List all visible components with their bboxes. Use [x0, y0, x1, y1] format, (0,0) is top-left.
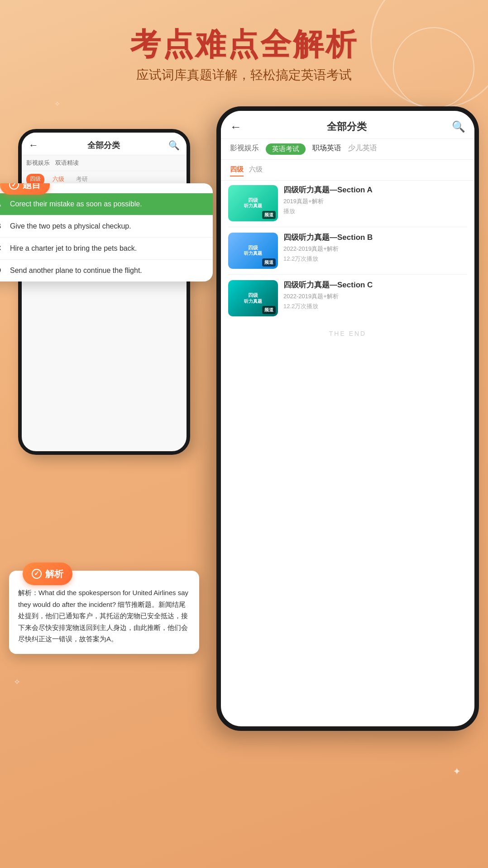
fg-thumb-label-a: 频道 — [262, 211, 276, 219]
fg-item-plays-b: 12.2万次播放 — [283, 255, 467, 263]
phone-fg-inner: ← 全部分类 🔍 影视娱乐 英语考试 职场英语 少儿英语 四级 六级 — [221, 111, 474, 726]
fg-tab-four[interactable]: 四级 — [230, 163, 244, 176]
phone-background: ← 全部分类 🔍 影视娱乐 双语精读 四级 六级 考研 🎧 频道 六级 听力..… — [18, 129, 190, 455]
phones-container: ← 全部分类 🔍 影视娱乐 双语精读 四级 六级 考研 🎧 频道 六级 听力..… — [0, 102, 488, 781]
analysis-badge: ✓ 解析 — [23, 563, 72, 585]
fg-item-desc-a: 2019真题+解析 — [283, 197, 467, 205]
fg-item-info-a: 四级听力真题—Section A 2019真题+解析 播放 — [283, 185, 467, 215]
quiz-option-c[interactable]: C Hire a charter jet to bring the pets b… — [0, 238, 213, 260]
phone-bg-header: ← 全部分类 🔍 — [22, 133, 187, 155]
option-text-c: Hire a charter jet to bring the pets bac… — [10, 244, 137, 253]
fg-cat-english[interactable]: 英语考试 — [266, 143, 306, 155]
fg-list: 四级 听力真题 频道 四级听力真题—Section A 2019真题+解析 播放 — [221, 181, 474, 321]
option-text-d: Send another plane to continue the fligh… — [10, 267, 142, 275]
cat-tag-shuangyu[interactable]: 双语精读 — [55, 159, 79, 167]
phone-bg-categories: 影视娱乐 双语精读 — [22, 155, 187, 171]
fg-cat-yinshi[interactable]: 影视娱乐 — [230, 143, 259, 155]
quiz-check-icon: ✓ — [9, 183, 19, 190]
phone-fg-header: ← 全部分类 🔍 — [221, 111, 474, 139]
fg-cat-children[interactable]: 少儿英语 — [348, 143, 377, 155]
phone-foreground: ← 全部分类 🔍 影视娱乐 英语考试 职场英语 少儿英语 四级 六级 — [216, 106, 479, 731]
analysis-check-icon: ✓ — [32, 569, 42, 579]
fg-cat-workplace[interactable]: 职场英语 — [312, 143, 341, 155]
list-item[interactable]: 四级 听力真题 频道 四级听力真题—Section A 2019真题+解析 播放 — [228, 185, 467, 221]
analysis-text: 解析：What did the spokesperson for United … — [18, 580, 190, 645]
the-end-label: THE END — [221, 321, 474, 346]
quiz-option-d[interactable]: D Send another plane to continue the fli… — [0, 260, 213, 281]
option-letter-c: C — [0, 244, 5, 253]
cat-tag-yinshi[interactable]: 影视娱乐 — [26, 159, 50, 167]
fg-tabs: 四级 六级 — [221, 160, 474, 181]
list-item[interactable]: 四级 听力真题 频道 四级听力真题—Section B 2022-2019真题+… — [228, 233, 467, 269]
fg-back-arrow[interactable]: ← — [230, 120, 242, 134]
back-arrow-icon[interactable]: ← — [29, 139, 38, 151]
fg-title: 全部分类 — [327, 120, 367, 134]
fg-thumb-label-b: 频道 — [262, 258, 276, 267]
fg-item-title-a: 四级听力真题—Section A — [283, 185, 467, 195]
fg-thumb-label-c: 频道 — [262, 306, 276, 314]
phone-bg-title: 全部分类 — [87, 140, 120, 151]
fg-cats-row: 影视娱乐 英语考试 职场英语 少儿英语 — [221, 139, 474, 160]
option-letter-b: B — [0, 222, 5, 231]
fg-thumb-b: 四级 听力真题 频道 — [228, 233, 278, 269]
search-icon[interactable]: 🔍 — [168, 140, 180, 151]
list-item[interactable]: 四级 听力真题 频道 四级听力真题—Section C 2022-2019真题+… — [228, 280, 467, 316]
fg-item-desc-b: 2022-2019真题+解析 — [283, 245, 467, 253]
fg-thumb-a: 四级 听力真题 频道 — [228, 185, 278, 221]
fg-tab-six[interactable]: 六级 — [249, 163, 263, 176]
sub-title: 应试词库真题详解，轻松搞定英语考试 — [0, 67, 488, 84]
quiz-badge: ✓ 题目 — [0, 183, 50, 195]
option-letter-a: A — [0, 200, 5, 209]
quiz-option-a[interactable]: A Corect their mistake as soon as possib… — [0, 193, 213, 215]
fg-item-desc-c: 2022-2019真题+解析 — [283, 292, 467, 300]
quiz-option-b[interactable]: B Give the two pets a physical checkup. — [0, 215, 213, 238]
quiz-options: A Corect their mistake as soon as possib… — [0, 183, 213, 281]
fg-item-plays-a: 播放 — [283, 207, 467, 215]
fg-item-info-c: 四级听力真题—Section C 2022-2019真题+解析 12.2万次播放 — [283, 280, 467, 310]
fg-item-plays-c: 12.2万次播放 — [283, 302, 467, 310]
divider — [228, 274, 467, 275]
quiz-card: ✓ 题目 A Corect their mistake as soon as p… — [0, 183, 213, 281]
divider — [228, 227, 467, 227]
main-title: 考点难点全解析 — [0, 27, 488, 61]
option-text-a: Corect their mistake as soon as possible… — [10, 200, 142, 208]
option-letter-d: D — [0, 266, 5, 275]
page-header: 考点难点全解析 应试词库真题详解，轻松搞定英语考试 — [0, 0, 488, 84]
fg-thumb-c: 四级 听力真题 频道 — [228, 280, 278, 316]
quiz-badge-label: 题目 — [23, 183, 41, 191]
analysis-bubble: ✓ 解析 解析：What did the spokesperson for Un… — [9, 571, 199, 654]
fg-item-info-b: 四级听力真题—Section B 2022-2019真题+解析 12.2万次播放 — [283, 233, 467, 263]
option-text-b: Give the two pets a physical checkup. — [10, 222, 131, 230]
fg-search-icon[interactable]: 🔍 — [452, 120, 465, 133]
fg-item-title-b: 四级听力真题—Section B — [283, 233, 467, 243]
fg-item-title-c: 四级听力真题—Section C — [283, 280, 467, 290]
analysis-badge-label: 解析 — [45, 566, 63, 582]
